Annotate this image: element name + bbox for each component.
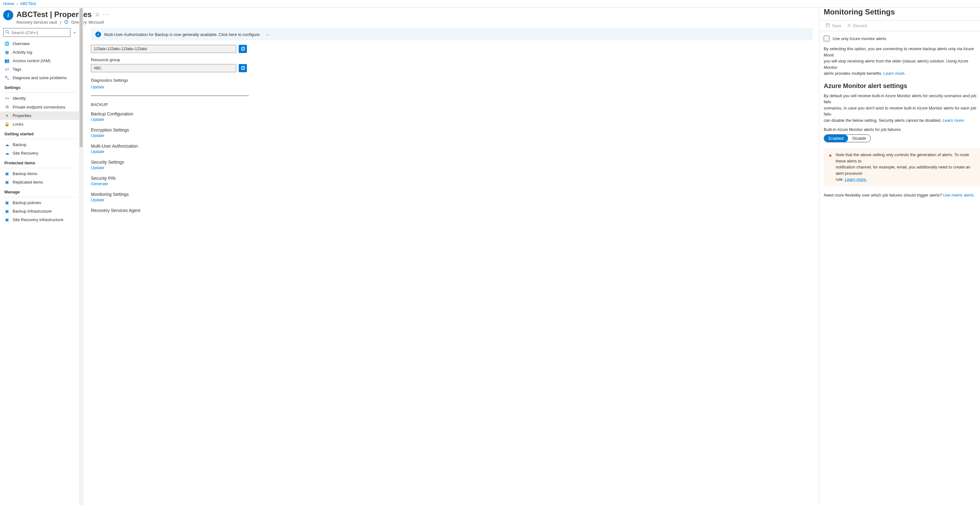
key-icon: 🗝 — [5, 96, 10, 101]
property-label: Monitoring Settings — [91, 192, 813, 197]
panel-description: By selecting this option, you are consen… — [824, 46, 980, 77]
resource-group-label: Resource group — [91, 57, 813, 62]
sidebar-group-manage: Manage — [0, 186, 79, 195]
discard-label: Discard — [853, 23, 867, 28]
job-failures-toggle[interactable]: Enabled Disable — [824, 134, 871, 142]
sidebar-group-settings: Settings — [0, 82, 79, 91]
warning-icon: ▲ — [828, 152, 832, 182]
svg-point-0 — [6, 30, 8, 33]
section-divider — [91, 95, 249, 96]
info-banner-text: Multi-User Authorization for Backup is n… — [104, 32, 261, 37]
sidebar-item-label: Access control (IAM) — [13, 59, 51, 63]
divider — [3, 197, 76, 197]
azure-monitor-description: By default you will receive built-in Azu… — [824, 93, 980, 124]
property-action-link[interactable]: Update — [91, 133, 104, 138]
grid-icon: ▣ — [5, 171, 10, 176]
property-action-link[interactable]: Update — [91, 197, 104, 202]
save-button[interactable]: Save — [826, 23, 842, 29]
toggle-disable[interactable]: Disable — [848, 135, 870, 142]
resource-group-field[interactable]: ABC — [91, 64, 236, 72]
learn-more-link[interactable]: Learn more. — [883, 71, 905, 76]
learn-more-link-2[interactable]: Learn more. — [943, 118, 965, 123]
close-icon — [847, 23, 851, 29]
search-icon — [5, 30, 10, 35]
learn-more-link-3[interactable]: Learn more. — [845, 177, 867, 182]
sidebar-item-diagnose-and-solve-problems[interactable]: 🔧Diagnose and solve problems — [0, 73, 79, 82]
sidebar-item-backup-infrastructure[interactable]: ▣Backup Infrastructure — [0, 207, 79, 216]
sidebar-item-replicated-items[interactable]: ▣Replicated items — [0, 178, 79, 186]
azure-monitor-heading: Azure Monitor alert settings — [824, 82, 980, 90]
sidebar-item-identity[interactable]: 🗝Identity — [0, 94, 79, 103]
sidebar-item-tags[interactable]: 🏷Tags — [0, 65, 79, 73]
sidebar-item-site-recovery[interactable]: ☁Site Recovery — [0, 149, 79, 157]
sidebar-item-activity-log[interactable]: ▦Activity log — [0, 48, 79, 57]
info-icon[interactable]: ⓘ — [64, 19, 68, 25]
property-label: Multi-User Authorization — [91, 144, 813, 149]
property-block-security-settings: Security SettingsUpdate — [91, 160, 813, 170]
collapse-sidebar-icon[interactable]: « — [73, 30, 76, 35]
sidebar-item-site-recovery-infrastructure[interactable]: ▣Site Recovery infrastructure — [0, 216, 79, 224]
cloud-icon: ☁ — [5, 142, 10, 147]
property-action-link[interactable]: Generate — [91, 181, 108, 186]
backup-section-title: BACKUP — [91, 102, 813, 107]
info-icon: i — [95, 32, 101, 37]
search-field[interactable] — [11, 30, 68, 35]
use-metric-alerts-link[interactable]: Use metric alerts — [943, 193, 974, 197]
iam-icon: 👥 — [5, 59, 10, 63]
property-block-multi-user-authorization: Multi-User AuthorizationUpdate — [91, 144, 813, 154]
breadcrumb-home[interactable]: Home — [3, 1, 14, 6]
resource-id-field[interactable]: 123abc-123abc-123abc-123abc — [91, 45, 236, 53]
sidebar: 🌐Overview▦Activity log👥Access control (I… — [0, 40, 79, 505]
copy-rg-button[interactable] — [239, 64, 247, 72]
sidebar-item-label: Diagnose and solve problems — [13, 75, 67, 80]
flexibility-text: Need more flexibility over which job fai… — [824, 192, 980, 198]
info-banner[interactable]: i Multi-User Authorization for Backup is… — [91, 29, 813, 40]
property-action-link[interactable]: Update — [91, 149, 104, 154]
property-action-link[interactable]: Update — [91, 117, 104, 122]
resource-icon: i — [3, 10, 13, 20]
sidebar-item-label: Locks — [13, 122, 23, 127]
sidebar-item-locks[interactable]: 🔒Locks — [0, 120, 79, 128]
property-action-link[interactable]: Update — [91, 165, 104, 170]
breadcrumb: Home › ABCTest — [0, 0, 980, 7]
divider: | — [60, 20, 61, 25]
grid-icon: ▣ — [5, 180, 10, 184]
save-icon — [826, 23, 830, 29]
use-only-azure-monitor-checkbox[interactable] — [824, 36, 829, 41]
discard-button[interactable]: Discard — [847, 23, 867, 29]
sidebar-item-overview[interactable]: 🌐Overview — [0, 40, 79, 48]
lock-icon: 🔒 — [5, 122, 10, 127]
divider — [3, 139, 76, 139]
property-label: Encryption Settings — [91, 127, 813, 133]
diagnostics-update-link[interactable]: Update — [91, 84, 104, 89]
globe-icon: 🌐 — [5, 41, 10, 46]
property-block-monitoring-settings: Monitoring SettingsUpdate — [91, 192, 813, 202]
sidebar-item-label: Backup Infrastructure — [13, 209, 52, 214]
save-label: Save — [832, 23, 842, 28]
toggle-enabled[interactable]: Enabled — [824, 135, 848, 142]
sidebar-item-label: Activity log — [13, 50, 32, 55]
sidebar-item-backup-policies[interactable]: ▣Backup policies — [0, 198, 79, 207]
resource-type: Recovery Services vault — [16, 20, 57, 25]
property-label: Backup Configuration — [91, 111, 813, 116]
props-icon: ≡ — [5, 113, 10, 118]
sidebar-item-properties[interactable]: ≡Properties — [0, 111, 79, 120]
checkbox-label: Use only Azure monitor alerts — [832, 36, 886, 41]
sidebar-item-label: Properties — [13, 113, 31, 118]
endpoint-icon: ⧉ — [5, 105, 10, 109]
svg-line-1 — [8, 33, 10, 34]
log-icon: ▦ — [5, 50, 10, 55]
sidebar-group-getting-started: Getting started — [0, 128, 79, 138]
property-label: Security PIN — [91, 176, 813, 181]
property-label: Recovery Services Agent — [91, 208, 813, 213]
sidebar-item-private-endpoint-connections[interactable]: ⧉Private endpoint connections — [0, 103, 79, 111]
sidebar-item-backup-items[interactable]: ▣Backup items — [0, 170, 79, 178]
tag-icon: 🏷 — [5, 67, 10, 71]
sidebar-item-label: Backup items — [13, 171, 37, 176]
search-input[interactable] — [3, 28, 70, 37]
sidebar-group-protected-items: Protected items — [0, 157, 79, 167]
sidebar-item-access-control-iam-[interactable]: 👥Access control (IAM) — [0, 57, 79, 65]
sidebar-item-backup[interactable]: ☁Backup — [0, 140, 79, 149]
copy-id-button[interactable] — [239, 45, 247, 53]
breadcrumb-current[interactable]: ABCTest — [20, 1, 36, 6]
